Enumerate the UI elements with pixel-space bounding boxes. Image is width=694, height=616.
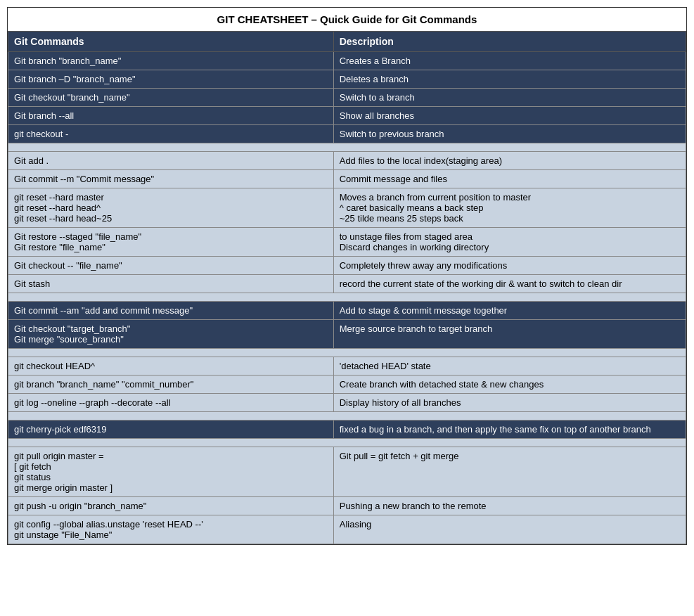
description-cell: Commit message and files — [333, 170, 686, 188]
cheatsheet-container: GIT CHEATSHEET – Quick Guide for Git Com… — [7, 7, 687, 545]
separator-row — [8, 412, 686, 421]
command-cell: git branch "branch_name" "commit_number" — [8, 376, 334, 394]
description-cell: fixed a bug in a branch, and then apply … — [333, 421, 686, 439]
command-cell: git checkout HEAD^ — [8, 357, 334, 376]
description-cell: Moves a branch from current position to … — [333, 188, 686, 228]
command-cell: Git commit --am "add and commit message" — [8, 302, 334, 320]
separator-row — [8, 293, 686, 302]
description-cell: 'detached HEAD' state — [333, 357, 686, 376]
header-commands: Git Commands — [8, 32, 334, 52]
description-cell: record the current state of the working … — [333, 275, 686, 293]
page-title: GIT CHEATSHEET – Quick Guide for Git Com… — [8, 8, 686, 31]
commands-table: Git Commands Description Git branch "bra… — [8, 31, 686, 544]
table-row: git config --global alias.unstage 'reset… — [8, 515, 686, 544]
table-row: git branch "branch_name" "commit_number"… — [8, 376, 686, 394]
description-cell: Switch to previous branch — [333, 125, 686, 143]
command-cell: Git commit --m "Commit message" — [8, 170, 334, 188]
description-cell: Merge source branch to target branch — [333, 320, 686, 349]
separator-row — [8, 439, 686, 447]
table-row: Git branch "branch_name"Creates a Branch — [8, 52, 686, 70]
command-cell: Git branch "branch_name" — [8, 52, 334, 70]
table-row: Git branch –D "branch_name"Deletes a bra… — [8, 70, 686, 89]
table-row: Git restore --staged "file_name"Git rest… — [8, 228, 686, 257]
description-cell: Aliasing — [333, 515, 686, 544]
separator-row — [8, 143, 686, 152]
command-cell: git cherry-pick edf6319 — [8, 421, 334, 439]
description-cell: Show all branches — [333, 107, 686, 125]
table-row: Git checkout "branch_name"Switch to a br… — [8, 89, 686, 107]
command-cell: Git stash — [8, 275, 334, 293]
table-row: git pull origin master =[ git fetch git … — [8, 447, 686, 497]
command-cell: Git add . — [8, 152, 334, 170]
description-cell: Add files to the local index(staging are… — [333, 152, 686, 170]
description-cell: Pushing a new branch to the remote — [333, 497, 686, 515]
header-description: Description — [333, 32, 686, 52]
table-row: Git stashrecord the current state of the… — [8, 275, 686, 293]
table-row: Git commit --am "add and commit message"… — [8, 302, 686, 320]
table-row: git cherry-pick edf6319fixed a bug in a … — [8, 421, 686, 439]
command-cell: git pull origin master =[ git fetch git … — [8, 447, 334, 497]
table-row: git checkout -Switch to previous branch — [8, 125, 686, 143]
description-cell: Creates a Branch — [333, 52, 686, 70]
description-cell: to unstage files from staged areaDiscard… — [333, 228, 686, 257]
table-row: git push -u origin "branch_name"Pushing … — [8, 497, 686, 515]
description-cell: Switch to a branch — [333, 89, 686, 107]
command-cell: Git checkout "branch_name" — [8, 89, 334, 107]
command-cell: git reset --hard mastergit reset --hard … — [8, 188, 334, 228]
command-cell: git config --global alias.unstage 'reset… — [8, 515, 334, 544]
command-cell: git checkout - — [8, 125, 334, 143]
command-cell: Git checkout "target_branch"Git merge "s… — [8, 320, 334, 349]
table-row: git checkout HEAD^'detached HEAD' state — [8, 357, 686, 376]
table-row: Git branch --allShow all branches — [8, 107, 686, 125]
table-row: git reset --hard mastergit reset --hard … — [8, 188, 686, 228]
description-cell: Git pull = git fetch + git merge — [333, 447, 686, 497]
description-cell: Add to stage & commit message together — [333, 302, 686, 320]
description-cell: Deletes a branch — [333, 70, 686, 89]
table-row: Git checkout -- "file_name"Completely th… — [8, 257, 686, 275]
command-cell: Git checkout -- "file_name" — [8, 257, 334, 275]
command-cell: Git branch –D "branch_name" — [8, 70, 334, 89]
command-cell: Git branch --all — [8, 107, 334, 125]
description-cell: Create branch with detached state & new … — [333, 376, 686, 394]
description-cell: Display history of all branches — [333, 394, 686, 412]
command-cell: git log --oneline --graph --decorate --a… — [8, 394, 334, 412]
table-row: Git checkout "target_branch"Git merge "s… — [8, 320, 686, 349]
separator-row — [8, 349, 686, 357]
table-row: Git commit --m "Commit message"Commit me… — [8, 170, 686, 188]
command-cell: git push -u origin "branch_name" — [8, 497, 334, 515]
description-cell: Completely threw away any modifications — [333, 257, 686, 275]
table-row: Git add .Add files to the local index(st… — [8, 152, 686, 170]
command-cell: Git restore --staged "file_name"Git rest… — [8, 228, 334, 257]
table-row: git log --oneline --graph --decorate --a… — [8, 394, 686, 412]
